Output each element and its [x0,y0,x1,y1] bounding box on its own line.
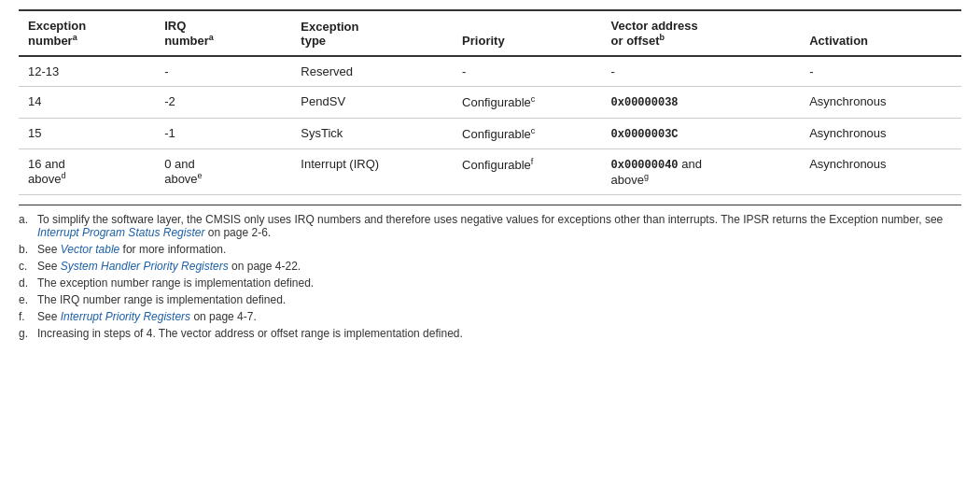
footnote-c-text: See System Handler Priority Registers on… [37,260,961,273]
header-activation: Activation [800,10,961,56]
cell-vector: 0x00000040 andaboveg [602,148,801,194]
footnote-b: b. See Vector table for more information… [19,243,961,256]
cell-type: Interrupt (IRQ) [291,148,453,194]
footnote-f-text: See Interrupt Priority Registers on page… [37,310,961,323]
table-row: 15 -1 SysTick Configurablec 0x0000003C A… [19,118,961,148]
footnote-g-text: Increasing in steps of 4. The vector add… [37,327,961,340]
cell-irq: - [155,56,291,87]
cell-priority: Configurablec [453,87,601,118]
footnote-a-label: a. [19,213,32,226]
exception-table: Exceptionnumbera IRQnumbera Exceptiontyp… [19,9,961,195]
cell-priority: Configurablec [453,118,601,148]
cell-activation: Asynchronous [800,87,961,118]
cell-type: Reserved [291,56,453,87]
cell-exception: 14 [19,87,155,118]
footnote-f-label: f. [19,310,32,323]
footnote-c-label: c. [19,260,32,273]
footnote-a: a. To simplify the software layer, the C… [19,213,961,239]
footnote-d: d. The exception number range is impleme… [19,276,961,290]
cell-irq: 0 andabovee [155,148,291,194]
header-priority: Priority [453,10,601,56]
footnote-d-text: The exception number range is implementa… [37,276,961,290]
footnote-g: g. Increasing in steps of 4. The vector … [19,327,961,340]
footnotes-section: a. To simplify the software layer, the C… [19,205,961,340]
cell-type: SysTick [291,118,453,148]
table-row: 16 andaboved 0 andabovee Interrupt (IRQ)… [19,148,961,194]
table-row: 14 -2 PendSV Configurablec 0x00000038 As… [19,87,961,118]
cell-priority: Configurablef [453,148,601,194]
footnote-g-label: g. [19,327,32,340]
footnote-b-text: See Vector table for more information. [37,243,961,256]
cell-vector: - [602,56,801,87]
footnote-f-link[interactable]: Interrupt Priority Registers [61,310,190,323]
cell-activation: Asynchronous [800,118,961,148]
table-row: 12-13 - Reserved - - - [19,56,961,87]
footnote-b-link[interactable]: Vector table [61,243,120,256]
cell-exception: 15 [19,118,155,148]
footnote-e-label: e. [19,293,32,306]
header-exception-type: Exceptiontype [291,10,453,56]
footnote-c: c. See System Handler Priority Registers… [19,260,961,273]
footnote-d-label: d. [19,276,32,290]
cell-irq: -2 [155,87,291,118]
footnote-e: e. The IRQ number range is implementatio… [19,293,961,306]
cell-irq: -1 [155,118,291,148]
footnote-b-label: b. [19,243,32,256]
cell-vector: 0x0000003C [602,118,801,148]
cell-priority: - [453,56,601,87]
footnote-a-text: To simplify the software layer, the CMSI… [37,213,961,239]
cell-exception: 12-13 [19,56,155,87]
cell-exception: 16 andaboved [19,148,155,194]
header-exception-number: Exceptionnumbera [19,10,155,56]
footnote-e-text: The IRQ number range is implementation d… [37,293,961,306]
footnote-a-link[interactable]: Interrupt Program Status Register [37,226,204,239]
header-irq-number: IRQnumbera [155,10,291,56]
footnote-f: f. See Interrupt Priority Registers on p… [19,310,961,323]
header-vector-address: Vector addressor offsetb [602,10,801,56]
cell-activation: Asynchronous [800,148,961,194]
cell-vector: 0x00000038 [602,87,801,118]
footnote-c-link[interactable]: System Handler Priority Registers [61,260,229,273]
cell-activation: - [800,56,961,87]
cell-type: PendSV [291,87,453,118]
